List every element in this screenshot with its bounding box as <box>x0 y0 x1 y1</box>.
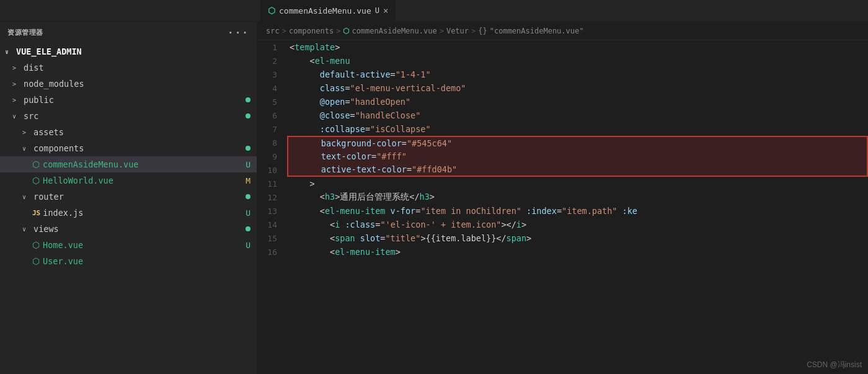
sidebar-item-router[interactable]: ∨ router <box>0 189 257 205</box>
sidebar-title: 资源管理器 <box>7 28 43 37</box>
router-label: router <box>33 192 64 202</box>
code-line-15: 15 <span slot="title">{{item.label}}</sp… <box>257 231 868 245</box>
code-line-11: 11 > <box>257 177 868 190</box>
line-content-14: <i :class="'el-icon-' + item.icon"></i> <box>287 218 868 231</box>
views-label: views <box>33 224 59 234</box>
line-num-10: 10 <box>257 163 287 177</box>
line-num-2: 2 <box>257 54 287 68</box>
code-line-12: 12 <h3>通用后台管理系统</h3> <box>257 190 868 204</box>
breadcrumb-components: components <box>289 27 334 35</box>
line-num-9: 9 <box>257 149 287 163</box>
sidebar-item-home-vue[interactable]: ⬡ Home.vue U <box>0 237 257 253</box>
line-content-11: > <box>287 177 868 190</box>
code-line-13: 13 <el-menu-item v-for="item in noChildr… <box>257 204 868 218</box>
watermark: CSDN @冯insist <box>807 360 862 370</box>
src-label: src <box>24 111 38 121</box>
code-line-16: 16 <el-menu-item> <box>257 245 868 259</box>
commen-aside-menu-badge: U <box>246 160 250 169</box>
index-js-label: index.js <box>43 208 83 218</box>
code-line-9: 9 text-color="#fff" <box>257 149 868 163</box>
line-content-4: class="el-menu-vertical-demo" <box>287 81 868 95</box>
sidebar-item-components[interactable]: ∨ components <box>0 140 257 156</box>
tab-label: commenAsideMenu.vue <box>279 6 371 16</box>
code-line-14: 14 <i :class="'el-icon-' + item.icon"></… <box>257 218 868 231</box>
code-line-4: 4 class="el-menu-vertical-demo" <box>257 81 868 95</box>
line-num-5: 5 <box>257 95 287 109</box>
sidebar-item-views[interactable]: ∨ views <box>0 221 257 237</box>
line-num-6: 6 <box>257 109 287 122</box>
vue-icon-home: ⬡ <box>32 240 40 250</box>
line-num-16: 16 <box>257 245 287 259</box>
sep4: > <box>471 27 476 35</box>
home-vue-badge: U <box>246 241 250 250</box>
breadcrumb-vue-icon: ⬡ <box>343 27 349 35</box>
breadcrumb-brace: {} <box>478 27 487 35</box>
line-content-8: background-color="#545c64" <box>287 136 868 149</box>
js-icon: JS <box>32 209 40 217</box>
line-num-8: 8 <box>257 136 287 149</box>
sidebar-menu-button[interactable]: ··· <box>228 27 249 38</box>
line-num-4: 4 <box>257 81 287 95</box>
breadcrumb-file: commenAsideMenu.vue <box>352 27 436 35</box>
node-modules-arrow: > <box>12 81 21 87</box>
sidebar-item-commen-aside-menu[interactable]: ⬡ commenAsideMenu.vue U <box>0 156 257 172</box>
router-dot <box>246 194 250 199</box>
tab-close-button[interactable]: × <box>383 6 388 16</box>
tree-root[interactable]: ∨ VUE_ELE_ADMIN <box>0 43 257 60</box>
sep1: > <box>282 27 286 35</box>
user-vue-label: User.vue <box>43 256 83 266</box>
line-content-12: <h3>通用后台管理系统</h3> <box>287 190 868 204</box>
sidebar-item-assets[interactable]: > assets <box>0 124 257 140</box>
views-dot <box>246 226 250 231</box>
sidebar-header: 资源管理器 ··· <box>0 22 257 43</box>
code-line-6: 6 @close="handleClose" <box>257 109 868 122</box>
components-dot <box>246 146 250 151</box>
code-line-7: 7 :collapse="isCollapse" <box>257 122 868 136</box>
active-tab[interactable]: ⬡ commenAsideMenu.vue U × <box>260 0 396 22</box>
line-content-9: text-color="#fff" <box>287 149 868 163</box>
sep2: > <box>336 27 340 35</box>
vue-file-icon: ⬡ <box>268 6 275 16</box>
breadcrumb-name-quoted: "commenAsideMenu.vue" <box>490 27 584 35</box>
router-arrow: ∨ <box>22 194 31 200</box>
main-layout: 资源管理器 ··· ∨ VUE_ELE_ADMIN > dist > node_… <box>0 22 868 374</box>
line-content-7: :collapse="isCollapse" <box>287 122 868 136</box>
code-lines: 1 <template> 2 <el-menu 3 default-active… <box>257 40 868 259</box>
index-js-badge: U <box>246 208 250 218</box>
line-num-1: 1 <box>257 40 287 54</box>
sidebar-item-index-js[interactable]: JS index.js U <box>0 205 257 221</box>
code-line-5: 5 @open="handleOpen" <box>257 95 868 109</box>
sidebar-item-src[interactable]: ∨ src <box>0 108 257 124</box>
breadcrumb-vetur: Vetur <box>446 27 469 35</box>
src-dot <box>246 114 250 118</box>
vue-icon-hello: ⬡ <box>32 176 40 185</box>
line-content-16: <el-menu-item> <box>287 245 868 259</box>
sidebar-item-dist[interactable]: > dist <box>0 60 257 76</box>
sidebar-item-node-modules[interactable]: > node_modules <box>0 76 257 92</box>
line-content-10: active-text-color="#ffd04b" <box>287 163 868 177</box>
code-line-8: 8 background-color="#545c64" <box>257 136 868 149</box>
line-num-13: 13 <box>257 204 287 218</box>
line-num-14: 14 <box>257 218 287 231</box>
line-num-15: 15 <box>257 231 287 245</box>
file-tree: ∨ VUE_ELE_ADMIN > dist > node_modules > … <box>0 43 257 374</box>
code-line-3: 3 default-active="1-4-1" <box>257 68 868 81</box>
code-line-2: 2 <el-menu <box>257 54 868 68</box>
commen-aside-menu-label: commenAsideMenu.vue <box>43 159 138 169</box>
hello-world-label: HelloWorld.vue <box>43 176 113 185</box>
sidebar-item-user-vue[interactable]: ⬡ User.vue <box>0 253 257 269</box>
assets-label: assets <box>33 127 64 137</box>
views-arrow: ∨ <box>22 226 31 233</box>
code-editor[interactable]: 1 <template> 2 <el-menu 3 default-active… <box>257 40 868 374</box>
dist-label: dist <box>24 63 44 73</box>
breadcrumb-src: src <box>266 27 280 35</box>
sep3: > <box>440 27 444 35</box>
home-vue-label: Home.vue <box>43 240 83 250</box>
sidebar-item-public[interactable]: > public <box>0 92 257 108</box>
line-content-3: default-active="1-4-1" <box>287 68 868 81</box>
sidebar-item-hello-world[interactable]: ⬡ HelloWorld.vue M <box>0 172 257 189</box>
tab-modified-badge: U <box>375 6 379 15</box>
assets-arrow: > <box>22 129 31 136</box>
editor-area: src > components > ⬡ commenAsideMenu.vue… <box>257 22 868 374</box>
line-content-2: <el-menu <box>287 54 868 68</box>
